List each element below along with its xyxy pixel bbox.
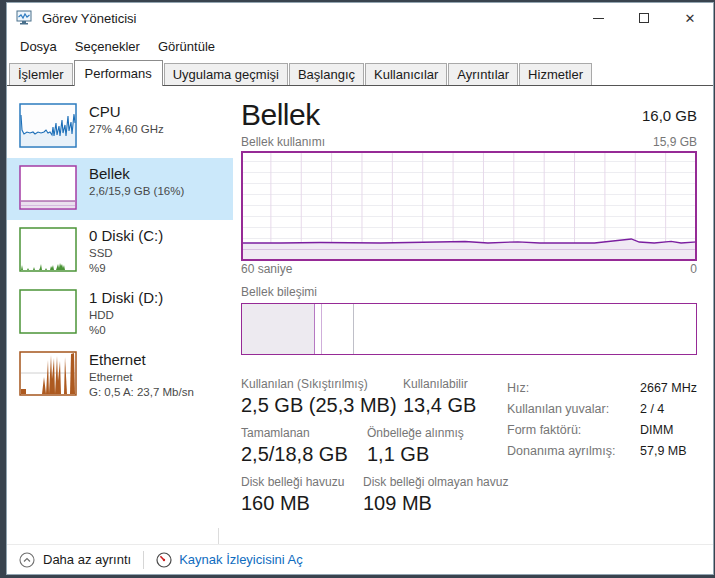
ethernet-graph-thumbnail (19, 351, 77, 396)
sidebar-memory-stats: 2,6/15,9 GB (16%) (89, 184, 184, 199)
usage-chart-max: 15,9 GB (653, 135, 697, 149)
minimize-button[interactable] (575, 3, 621, 33)
tab-hizmetler[interactable]: Hizmetler (519, 63, 592, 86)
sidebar-disk1-type: HDD (89, 308, 163, 323)
memory-graph-thumbnail (19, 165, 77, 210)
sidebar-cpu-stats: 27% 4,60 GHz (89, 122, 164, 137)
memory-hardware-details: Hız: 2667 MHz Kullanılan yuvalar: 2 / 4 … (507, 378, 697, 462)
menu-secenekler[interactable]: Seçenekler (66, 35, 149, 58)
menu-dosya[interactable]: Dosya (11, 35, 66, 58)
task-manager-app-icon (16, 10, 34, 26)
desktop: { "window": { "title": "Görev Yöneticisi… (0, 0, 715, 578)
sidebar-disk0-title: 0 Diski (C:) (89, 227, 163, 244)
sidebar-ethernet-name: Ethernet (89, 370, 194, 385)
stat-available: Kullanılabilir 13,4 GB (403, 377, 476, 417)
sidebar-disk1-title: 1 Diski (D:) (89, 289, 163, 306)
sidebar-item-disk1[interactable]: 1 Diski (D:) HDD %0 (7, 282, 233, 344)
maximize-icon (639, 13, 649, 23)
minimize-icon (593, 18, 604, 19)
menubar: Dosya Seçenekler Görüntüle (7, 33, 713, 59)
sidebar-disk0-type: SSD (89, 246, 163, 261)
task-manager-window: Görev Yöneticisi ✕ Dosya Seçenekler Görü… (6, 2, 714, 575)
open-resource-monitor-link[interactable]: Kaynak İzleyicisini Aç (156, 552, 303, 568)
usage-chart-x-left: 60 saniye (241, 262, 292, 276)
detail-hardware-reserved: Donanıma ayrılmış: 57,9 MB (507, 441, 697, 462)
composition-used-segment (242, 304, 315, 354)
sidebar-item-disk0[interactable]: 0 Diski (C:) SSD %9 (7, 220, 233, 282)
disk0-graph-thumbnail (19, 227, 77, 272)
sidebar-ethernet-throughput: G: 0,5 A: 23,7 Mb/sn (89, 385, 194, 400)
sidebar-ethernet-title: Ethernet (89, 351, 194, 368)
tab-uygulama-gecmisi[interactable]: Uygulama geçmişi (164, 63, 288, 86)
stat-nonpaged-pool: Disk belleği olmayan havuz 109 MB (363, 475, 508, 515)
sidebar-memory-title: Bellek (89, 165, 184, 182)
tab-ayrintilar[interactable]: Ayrıntılar (448, 63, 518, 86)
sidebar-splitter (218, 528, 219, 544)
menu-goruntule[interactable]: Görüntüle (149, 35, 224, 58)
statusbar-divider (143, 551, 144, 569)
tab-performans[interactable]: Performans (74, 60, 163, 86)
memory-usage-chart (241, 151, 697, 261)
memory-stats: Kullanılan (Sıkıştırılmış) 2,5 GB (25,3 … (241, 377, 697, 524)
stat-paged-pool: Disk belleği havuzu 160 MB (241, 475, 363, 515)
tabbar: İşlemler Performans Uygulama geçmişi Baş… (7, 59, 713, 86)
page-title: Bellek (241, 98, 320, 132)
composition-label: Bellek bileşimi (241, 285, 697, 299)
performance-sidebar: CPU 27% 4,60 GHz Bellek 2,6/15,9 GB (16%… (7, 86, 233, 544)
maximize-button[interactable] (621, 3, 667, 33)
tab-kullanicilar[interactable]: Kullanıcılar (365, 63, 447, 86)
sidebar-item-cpu[interactable]: CPU 27% 4,60 GHz (7, 96, 233, 158)
memory-detail-panel: Bellek 16,0 GB Bellek kullanımı 15,9 GB (233, 86, 713, 544)
detail-speed: Hız: 2667 MHz (507, 378, 697, 399)
detail-slots: Kullanılan yuvalar: 2 / 4 (507, 399, 697, 420)
chevron-up-circle-icon (19, 552, 35, 568)
composition-modified-divider (321, 304, 322, 354)
memory-composition-bar (241, 303, 697, 355)
titlebar: Görev Yöneticisi ✕ (7, 3, 713, 33)
performance-pane: CPU 27% 4,60 GHz Bellek 2,6/15,9 GB (16%… (7, 86, 713, 544)
close-icon: ✕ (685, 12, 696, 25)
usage-chart-label: Bellek kullanımı (241, 135, 325, 149)
sidebar-item-ethernet[interactable]: Ethernet Ethernet G: 0,5 A: 23,7 Mb/sn (7, 344, 233, 406)
open-resource-monitor-label: Kaynak İzleyicisini Aç (179, 552, 303, 567)
fewer-details-label: Daha az ayrıntı (43, 552, 131, 567)
sidebar-disk1-usage: %0 (89, 323, 163, 338)
stat-cached: Önbelleğe alınmış 1,1 GB (367, 426, 464, 466)
stat-committed: Tamamlanan 2,5/18,8 GB (241, 426, 367, 466)
fewer-details-button[interactable]: Daha az ayrıntı (19, 552, 131, 568)
window-title: Görev Yöneticisi (42, 11, 136, 26)
close-button[interactable]: ✕ (667, 3, 713, 33)
usage-chart-x-right: 0 (690, 262, 697, 276)
cpu-graph-thumbnail (19, 103, 77, 148)
resource-monitor-icon (156, 552, 172, 568)
memory-total: 16,0 GB (642, 107, 697, 124)
disk1-graph-thumbnail (19, 289, 77, 334)
sidebar-item-memory[interactable]: Bellek 2,6/15,9 GB (16%) (7, 158, 233, 220)
detail-form-factor: Form faktörü: DIMM (507, 420, 697, 441)
stat-used: Kullanılan (Sıkıştırılmış) 2,5 GB (25,3 … (241, 377, 403, 417)
statusbar: Daha az ayrıntı Kaynak İzleyicisini Aç (7, 544, 713, 574)
sidebar-cpu-title: CPU (89, 103, 164, 120)
tab-islemler[interactable]: İşlemler (9, 63, 73, 86)
sidebar-disk0-usage: %9 (89, 261, 163, 276)
tab-baslangic[interactable]: Başlangıç (289, 63, 364, 86)
composition-standby-divider (353, 304, 354, 354)
